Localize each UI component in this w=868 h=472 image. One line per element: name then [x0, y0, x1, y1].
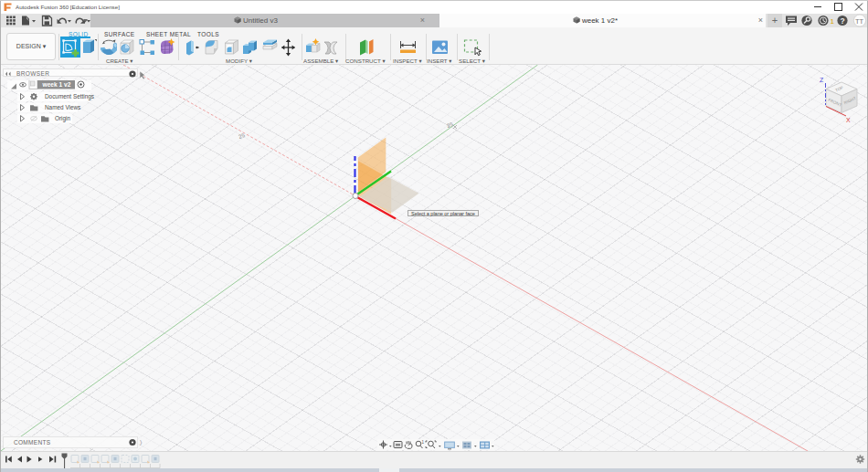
- svg-text:Document Settings: Document Settings: [45, 93, 94, 100]
- svg-text:1: 1: [831, 17, 835, 26]
- svg-text:?: ?: [841, 16, 845, 26]
- svg-text:week 1 v2: week 1 v2: [42, 81, 71, 88]
- svg-text:25: 25: [446, 121, 454, 129]
- svg-text:Origin: Origin: [55, 115, 70, 122]
- svg-text:Z: Z: [820, 77, 824, 83]
- svg-text:1: 1: [422, 440, 425, 445]
- svg-text:Named Views: Named Views: [45, 104, 80, 110]
- svg-text:X: X: [846, 117, 851, 123]
- svg-text:TT: TT: [855, 17, 864, 26]
